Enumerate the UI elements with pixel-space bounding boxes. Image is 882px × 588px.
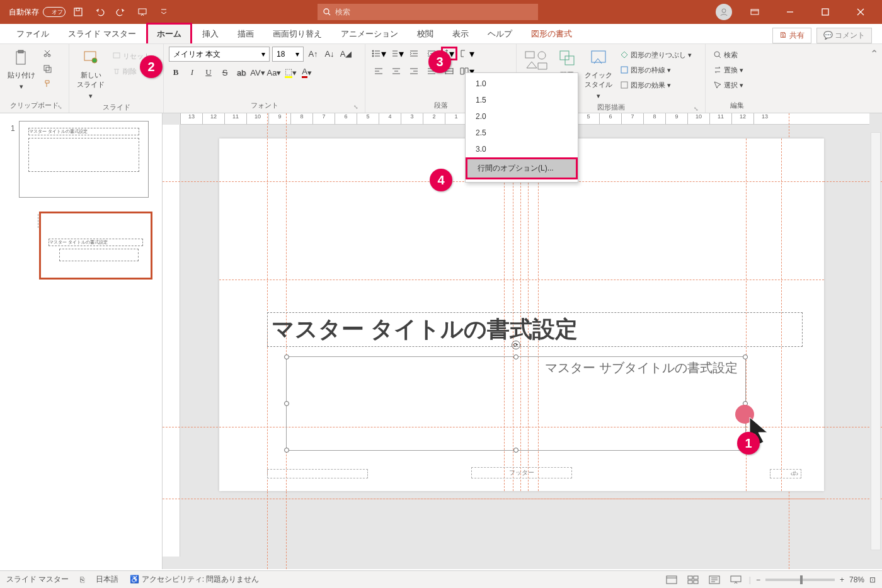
copy-button[interactable] — [40, 62, 54, 76]
align-right-button[interactable] — [406, 64, 422, 78]
line-spacing-1-5[interactable]: 1.5 — [466, 92, 578, 108]
text-direction-button[interactable]: ▾ — [459, 47, 475, 60]
shape-outline-button[interactable]: 図形の枠線▾ — [617, 63, 694, 77]
subtitle-placeholder[interactable]: ⟳ マスター サブタイトルの書式設定 — [286, 356, 746, 451]
tab-home[interactable]: ホーム — [146, 23, 192, 43]
autosave-state: オフ — [43, 7, 66, 17]
drawing-launcher-icon[interactable]: ⤡ — [694, 106, 699, 112]
slide-number-placeholder[interactable]: ‹#› — [770, 469, 801, 478]
account-icon[interactable] — [716, 4, 732, 20]
thumbnail-pane[interactable]: 1 マスター タイトルの書式設定 マスター タイトルの書式設定 — [0, 113, 163, 569]
clipboard-launcher-icon[interactable]: ⤡ — [57, 104, 62, 110]
redo-icon[interactable] — [113, 4, 129, 20]
underline-button[interactable]: U — [202, 65, 215, 79]
char-spacing-button[interactable]: AV▾ — [251, 65, 265, 79]
line-spacing-1[interactable]: 1.0 — [466, 76, 578, 92]
line-spacing-2[interactable]: 2.0 — [466, 108, 578, 125]
rotate-handle-icon[interactable]: ⟳ — [512, 341, 520, 349]
tab-insert[interactable]: 挿入 — [193, 25, 227, 43]
callout-4: 4 — [430, 169, 452, 191]
zoom-level[interactable]: 78% — [849, 575, 864, 584]
format-painter-button[interactable] — [40, 77, 54, 91]
shadow-button[interactable]: ab — [234, 65, 248, 79]
tab-shape-format[interactable]: 図形の書式 — [522, 25, 581, 43]
resize-handle[interactable] — [284, 354, 289, 359]
ribbon-display-icon[interactable] — [742, 0, 767, 24]
date-placeholder[interactable] — [267, 469, 368, 478]
bullets-button[interactable]: ▾ — [370, 47, 387, 60]
strike-button[interactable]: S — [218, 65, 232, 79]
font-launcher-icon[interactable]: ⤡ — [353, 104, 358, 110]
line-spacing-options[interactable]: 行間のオプション(L)... — [466, 157, 578, 179]
qat-overflow-icon[interactable] — [156, 4, 171, 20]
status-language[interactable]: 日本語 — [96, 574, 118, 585]
master-thumbnail[interactable]: 1 マスター タイトルの書式設定 — [19, 121, 149, 198]
quick-styles-button[interactable]: クイック スタイル▾ — [582, 47, 615, 101]
save-icon[interactable] — [71, 4, 86, 20]
zoom-in-button[interactable]: + — [840, 575, 844, 584]
tab-help[interactable]: ヘルプ — [479, 25, 521, 43]
shrink-font-icon[interactable]: A↓ — [323, 47, 336, 60]
slide-canvas[interactable]: マスター タイトルの書式設定 ⟳ マスター サブタイトルの書式設定 フッター ‹… — [219, 139, 824, 491]
tab-review[interactable]: 校閲 — [408, 25, 442, 43]
new-slide-button[interactable]: 新しい スライド▾ — [74, 47, 107, 101]
select-button[interactable]: 選択▾ — [711, 78, 746, 92]
font-size-combo[interactable]: 18▾ — [272, 47, 304, 62]
slideshow-start-icon[interactable] — [135, 4, 150, 20]
highlight-button[interactable]: ⬚▾ — [284, 65, 297, 79]
font-color-button[interactable]: A▾ — [300, 65, 314, 79]
italic-button[interactable]: I — [185, 65, 199, 79]
tab-animation[interactable]: アニメーション — [332, 25, 407, 43]
find-button[interactable]: 検索 — [711, 48, 746, 62]
decrease-indent-button[interactable] — [406, 47, 422, 60]
zoom-out-button[interactable]: − — [756, 575, 760, 584]
line-spacing-3[interactable]: 3.0 — [466, 141, 578, 157]
zoom-slider[interactable] — [765, 579, 835, 581]
tab-file[interactable]: ファイル — [8, 25, 58, 43]
shape-fill-button[interactable]: 図形の塗りつぶし▾ — [617, 48, 694, 62]
sorter-view-icon[interactable] — [685, 574, 701, 586]
layout-thumbnail-selected[interactable]: マスター タイトルの書式設定 — [39, 212, 152, 280]
minimize-icon[interactable] — [777, 0, 803, 24]
resize-handle[interactable] — [513, 354, 518, 359]
paste-button[interactable]: 貼り付け▾ — [5, 47, 38, 92]
resize-handle[interactable] — [284, 448, 289, 453]
grow-font-icon[interactable]: A↑ — [306, 47, 320, 60]
search-box[interactable]: 検索 — [318, 4, 538, 20]
cut-button[interactable] — [40, 47, 54, 60]
vertical-scrollbar[interactable] — [871, 132, 881, 550]
title-placeholder[interactable]: マスター タイトルの書式設定 — [267, 312, 803, 347]
slideshow-view-icon[interactable] — [728, 574, 744, 586]
tab-slide-master[interactable]: スライド マスター — [59, 25, 145, 43]
line-spacing-2-5[interactable]: 2.5 — [466, 125, 578, 141]
numbering-button[interactable]: ▾ — [388, 47, 404, 60]
tab-view[interactable]: 表示 — [444, 25, 478, 43]
resize-handle[interactable] — [743, 354, 748, 359]
reading-view-icon[interactable] — [706, 574, 723, 586]
comment-button[interactable]: 💬 コメント — [816, 28, 872, 43]
undo-icon[interactable] — [92, 4, 107, 20]
autosave-toggle[interactable]: 自動保存 オフ — [9, 7, 66, 18]
footer-placeholder[interactable]: フッター — [471, 467, 572, 478]
status-accessibility[interactable]: ♿ アクセシビリティ: 問題ありません — [130, 574, 259, 585]
clear-format-icon[interactable]: A◢ — [339, 47, 353, 60]
status-spellcheck-icon[interactable]: ⎘ — [80, 575, 84, 584]
fit-window-icon[interactable]: ⊡ — [869, 575, 876, 584]
change-case-button[interactable]: Aa▾ — [267, 65, 281, 79]
shape-effects-button[interactable]: 図形の効果▾ — [617, 78, 694, 92]
close-icon[interactable] — [848, 0, 873, 24]
resize-handle[interactable] — [284, 401, 289, 406]
svg-rect-23 — [592, 51, 605, 62]
bold-button[interactable]: B — [169, 65, 183, 79]
normal-view-icon[interactable] — [663, 574, 680, 586]
replace-button[interactable]: 置換▾ — [711, 63, 746, 77]
align-center-button[interactable] — [388, 64, 404, 78]
tab-transition[interactable]: 画面切り替え — [264, 25, 331, 43]
resize-handle[interactable] — [513, 448, 518, 453]
maximize-icon[interactable] — [813, 0, 838, 24]
collapse-ribbon-icon[interactable]: ⌃ — [870, 48, 878, 59]
tab-draw[interactable]: 描画 — [229, 25, 263, 43]
font-name-combo[interactable]: メイリオ 本文▾ — [169, 47, 270, 62]
share-button[interactable]: 🖻 共有 — [772, 28, 811, 43]
align-left-button[interactable] — [370, 64, 387, 78]
